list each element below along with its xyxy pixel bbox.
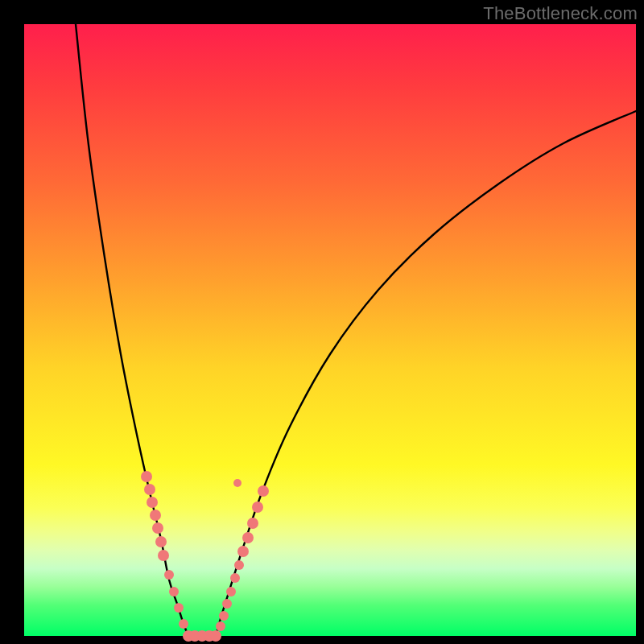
chart-frame: TheBottleneck.com bbox=[0, 0, 644, 644]
data-marker bbox=[222, 599, 232, 609]
data-marker bbox=[210, 630, 221, 642]
data-marker bbox=[258, 485, 269, 497]
data-marker bbox=[226, 587, 236, 597]
series-right-branch bbox=[216, 111, 636, 636]
data-marker bbox=[144, 484, 155, 495]
data-marker bbox=[230, 573, 240, 583]
data-marker bbox=[174, 603, 184, 613]
data-marker bbox=[179, 619, 188, 629]
data-marker bbox=[237, 546, 249, 557]
series-left-branch bbox=[76, 24, 188, 636]
data-marker bbox=[233, 479, 242, 487]
data-marker bbox=[219, 611, 229, 621]
chart-svg bbox=[24, 24, 636, 636]
data-marker bbox=[152, 522, 163, 534]
data-marker bbox=[158, 550, 169, 561]
data-marker bbox=[169, 587, 179, 597]
data-marker bbox=[147, 497, 158, 508]
data-marker bbox=[252, 502, 263, 513]
data-marker bbox=[247, 518, 258, 529]
data-marker bbox=[164, 570, 174, 580]
data-marker bbox=[155, 536, 167, 547]
plot-area bbox=[24, 24, 636, 636]
data-marker bbox=[150, 510, 161, 521]
data-marker bbox=[234, 560, 244, 570]
data-marker bbox=[141, 471, 152, 482]
data-marker bbox=[216, 621, 225, 631]
watermark-text: TheBottleneck.com bbox=[483, 3, 638, 24]
data-marker bbox=[242, 532, 254, 543]
markers-group bbox=[141, 471, 269, 642]
